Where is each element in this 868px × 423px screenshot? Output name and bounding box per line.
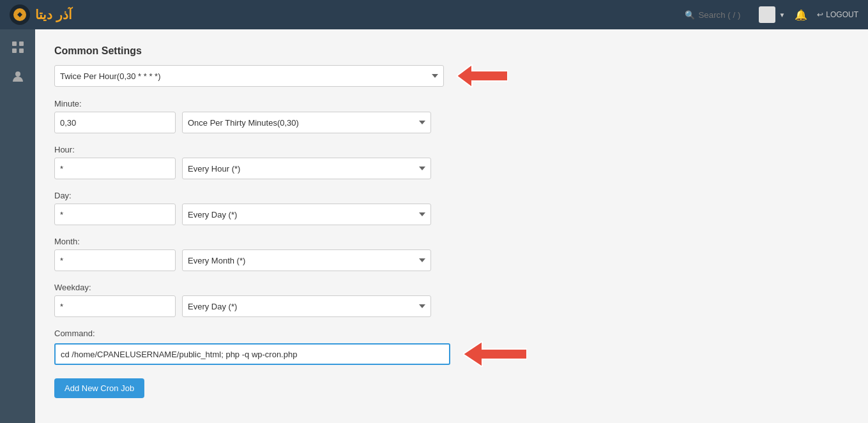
month-group: Month: Every Month (*)January (1)Februar…	[54, 237, 849, 271]
svg-rect-1	[12, 41, 17, 46]
navbar: آذر دیتا 🔍 ▼ 🔔 ↩ LOGOUT	[0, 0, 868, 29]
svg-rect-2	[19, 41, 24, 46]
weekday-input[interactable]	[54, 295, 176, 317]
common-settings-row: Twice Per Hour(0,30 * * * *)Once Per Hou…	[54, 64, 849, 87]
day-group: Day: Every Day (*)Every 2 Days (*/2)Ever…	[54, 191, 849, 225]
month-select[interactable]: Every Month (*)January (1)February (2)Ma…	[182, 249, 431, 271]
command-input[interactable]	[54, 343, 450, 365]
logout-icon: ↩	[817, 10, 823, 19]
day-select[interactable]: Every Day (*)Every 2 Days (*/2)Every 7 D…	[182, 204, 431, 225]
search-icon: 🔍	[685, 10, 695, 20]
hour-select[interactable]: Every Hour (*)Every 2 Hours (*/2)Every 4…	[182, 158, 431, 179]
day-input[interactable]	[54, 204, 176, 225]
month-row: Every Month (*)January (1)February (2)Ma…	[54, 249, 849, 271]
minute-label: Minute:	[54, 99, 849, 108]
search-box[interactable]: 🔍	[685, 10, 749, 20]
hour-input[interactable]	[54, 158, 176, 179]
sidebar-item-users[interactable]	[6, 65, 29, 88]
navbar-right: 🔍 ▼ 🔔 ↩ LOGOUT	[685, 6, 858, 23]
logo-text: آذر دیتا	[35, 7, 72, 22]
weekday-label: Weekday:	[54, 283, 849, 292]
arrow-indicator-command	[463, 341, 527, 367]
bell-icon[interactable]: 🔔	[795, 9, 807, 21]
minute-input[interactable]	[54, 112, 176, 133]
main-content: Common Settings Twice Per Hour(0,30 * * …	[35, 29, 868, 423]
command-group: Command:	[54, 329, 849, 367]
arrow-indicator-common	[457, 64, 508, 87]
command-label: Command:	[54, 329, 849, 338]
sidebar	[0, 29, 35, 423]
layout: Common Settings Twice Per Hour(0,30 * * …	[0, 29, 868, 423]
day-label: Day:	[54, 191, 849, 200]
navbar-left: آذر دیتا	[10, 4, 72, 25]
weekday-row: Every Day (*)Sunday (0)Monday (1)Tuesday…	[54, 295, 849, 317]
svg-rect-3	[12, 48, 17, 53]
add-cron-job-button[interactable]: Add New Cron Job	[54, 378, 144, 398]
minute-group: Minute: Once Per Thirty Minutes(0,30)Eve…	[54, 99, 849, 133]
svg-point-5	[15, 71, 20, 77]
minute-row: Once Per Thirty Minutes(0,30)Every Minut…	[54, 112, 849, 133]
weekday-group: Weekday: Every Day (*)Sunday (0)Monday (…	[54, 283, 849, 317]
command-row	[54, 341, 849, 367]
sidebar-item-grid[interactable]	[6, 36, 29, 59]
svg-marker-6	[457, 64, 508, 87]
day-row: Every Day (*)Every 2 Days (*/2)Every 7 D…	[54, 204, 849, 225]
add-button-group: Add New Cron Job	[54, 378, 849, 398]
search-input[interactable]	[698, 10, 749, 20]
common-settings-select[interactable]: Twice Per Hour(0,30 * * * *)Once Per Hou…	[54, 65, 444, 87]
month-label: Month:	[54, 237, 849, 246]
logout-button[interactable]: ↩ LOGOUT	[817, 10, 858, 19]
month-input[interactable]	[54, 249, 176, 271]
weekday-select[interactable]: Every Day (*)Sunday (0)Monday (1)Tuesday…	[182, 295, 431, 317]
common-settings-group: Common Settings Twice Per Hour(0,30 * * …	[54, 45, 849, 87]
hour-label: Hour:	[54, 145, 849, 154]
svg-marker-7	[463, 341, 527, 367]
svg-rect-4	[19, 48, 24, 53]
chevron-down-icon: ▼	[779, 11, 785, 19]
navbar-logo: آذر دیتا	[10, 4, 72, 25]
minute-select[interactable]: Once Per Thirty Minutes(0,30)Every Minut…	[182, 112, 431, 133]
logout-label: LOGOUT	[826, 10, 858, 19]
logo-icon	[10, 4, 30, 25]
hour-row: Every Hour (*)Every 2 Hours (*/2)Every 4…	[54, 158, 849, 179]
hour-group: Hour: Every Hour (*)Every 2 Hours (*/2)E…	[54, 145, 849, 179]
section-title: Common Settings	[54, 45, 849, 57]
avatar	[759, 6, 775, 23]
user-dropdown[interactable]: ▼	[759, 6, 785, 23]
